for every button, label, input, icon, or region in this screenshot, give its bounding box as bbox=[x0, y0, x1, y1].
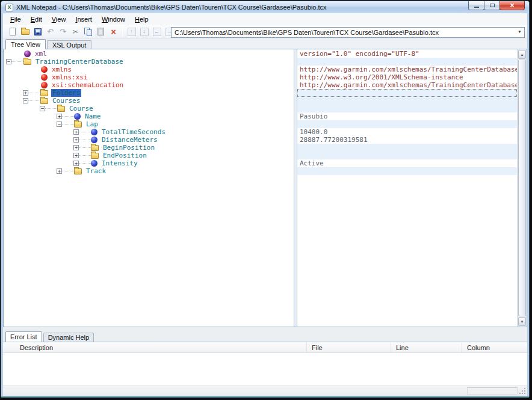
node-value-cell[interactable] bbox=[297, 167, 517, 175]
error-list-grid: DescriptionFileLineColumn bbox=[3, 342, 527, 386]
tree-node-label: Intensity bbox=[101, 159, 139, 167]
expand-icon[interactable]: + bbox=[73, 161, 79, 166]
node-value-cell[interactable]: http://www.garmin.com/xmlschemas/Trainin… bbox=[297, 66, 517, 73]
tree-connector bbox=[45, 108, 57, 109]
expand-icon[interactable]: + bbox=[73, 129, 79, 135]
tree-connector bbox=[79, 132, 91, 132]
node-value-cell[interactable]: version="1.0" encoding="UTF-8" bbox=[297, 50, 517, 58]
node-value-cell[interactable] bbox=[297, 105, 517, 112]
menu-help[interactable]: Help bbox=[130, 14, 153, 24]
collapse-icon[interactable]: − bbox=[23, 98, 28, 103]
delete-button[interactable]: × bbox=[107, 26, 120, 38]
node-value-cell[interactable]: 10400.0 bbox=[297, 128, 517, 136]
undo-icon: ↶ bbox=[47, 28, 54, 35]
tree-node-label: DistanceMeters bbox=[101, 136, 159, 144]
node-value-cell[interactable] bbox=[297, 97, 517, 105]
undo-button[interactable]: ↶ bbox=[44, 26, 57, 38]
tree-node[interactable]: −TrainingCenterDatabase bbox=[4, 58, 294, 66]
maximize-button[interactable] bbox=[484, 1, 500, 10]
tree-node-label: Track bbox=[85, 167, 107, 175]
tree-node[interactable]: +Name bbox=[4, 112, 294, 120]
menu-view[interactable]: View bbox=[47, 14, 71, 24]
tree-node[interactable]: +DistanceMeters bbox=[4, 136, 294, 144]
cut-button[interactable]: ✂ bbox=[69, 26, 82, 38]
menu-insert[interactable]: Insert bbox=[70, 14, 97, 24]
vertical-scrollbar[interactable]: ▲ ▼ bbox=[517, 49, 527, 327]
toolbar-buttons: ↶↷✂×↑↓←→ bbox=[6, 26, 181, 38]
tree-node[interactable]: +BeginPosition bbox=[4, 144, 294, 152]
node-value-cell[interactable]: http://www.w3.org/2001/XMLSchema-instanc… bbox=[297, 73, 517, 81]
scrollbar-thumb[interactable] bbox=[518, 60, 526, 316]
save-button[interactable] bbox=[31, 26, 44, 38]
node-value-cell[interactable]: http://www.garmin.com/xmlschemas/Trainin… bbox=[297, 81, 517, 89]
tree-node-label: xml bbox=[34, 50, 48, 58]
collapse-icon[interactable]: − bbox=[40, 106, 45, 111]
open-folder-icon bbox=[21, 29, 29, 35]
tree-node-label: EndPosition bbox=[102, 152, 148, 159]
node-value-cell[interactable] bbox=[297, 58, 517, 66]
tree-node[interactable]: xmlns:xsi bbox=[4, 73, 294, 81]
tree-node[interactable]: −Lap bbox=[4, 120, 294, 128]
scroll-up-icon[interactable]: ▲ bbox=[518, 50, 526, 59]
tree-node[interactable]: xmlns bbox=[4, 66, 294, 73]
expand-icon[interactable]: + bbox=[73, 153, 79, 158]
tree-node[interactable]: +TotalTimeSeconds bbox=[4, 128, 294, 136]
menu-window[interactable]: Window bbox=[97, 14, 130, 24]
tab-dynamic-help[interactable]: Dynamic Help bbox=[43, 333, 94, 342]
new-document-button[interactable] bbox=[6, 26, 19, 38]
tab-error-list[interactable]: Error List bbox=[5, 331, 42, 342]
close-button[interactable]: × bbox=[500, 1, 525, 10]
resize-grip[interactable] bbox=[519, 388, 526, 395]
tree-node[interactable]: +Intensity bbox=[4, 159, 294, 167]
collapse-icon[interactable]: − bbox=[6, 59, 11, 64]
expand-icon[interactable]: + bbox=[23, 90, 28, 96]
scroll-down-icon[interactable]: ▼ bbox=[518, 317, 526, 326]
address-combobox[interactable] bbox=[171, 27, 525, 38]
tree-connector bbox=[62, 171, 74, 171]
node-value-cell[interactable]: Pasubio bbox=[297, 112, 517, 120]
tab-xsl-output[interactable]: XSL Output bbox=[47, 40, 91, 49]
node-value-cell[interactable] bbox=[297, 89, 517, 97]
titlebar[interactable]: X XML Notepad - C:\Users\Thomas\Document… bbox=[1, 1, 529, 13]
tree-node[interactable]: +EndPosition bbox=[4, 152, 294, 159]
paste-button[interactable] bbox=[94, 26, 107, 38]
expand-icon[interactable]: + bbox=[73, 145, 79, 150]
tree-node[interactable]: +Folders bbox=[4, 89, 294, 97]
menu-edit[interactable]: Edit bbox=[26, 14, 47, 24]
tree-node[interactable]: +Track bbox=[4, 167, 294, 175]
collapse-icon[interactable]: − bbox=[57, 122, 62, 127]
open-folder-button[interactable] bbox=[19, 26, 31, 38]
window-controls: × bbox=[469, 1, 525, 10]
node-value-cell[interactable]: Active bbox=[297, 159, 517, 167]
element-node-icon bbox=[91, 129, 97, 135]
nudge-down-button[interactable]: ↓ bbox=[138, 26, 150, 38]
tree-node[interactable]: xsi:schemaLocation bbox=[4, 81, 294, 89]
minimize-icon bbox=[474, 7, 479, 8]
node-value-cell[interactable] bbox=[297, 120, 517, 128]
column-header-file[interactable]: File bbox=[307, 342, 391, 352]
nudge-up-button[interactable]: ↑ bbox=[125, 26, 138, 38]
toolbar-separator bbox=[122, 27, 123, 37]
tree-connector bbox=[79, 163, 91, 164]
node-value-cell[interactable]: 28887.77200319581 bbox=[297, 136, 517, 144]
node-value-cell[interactable] bbox=[297, 152, 517, 159]
column-header-column[interactable]: Column bbox=[462, 342, 527, 352]
tree-node[interactable]: −Course bbox=[4, 105, 294, 112]
expand-icon[interactable]: + bbox=[57, 168, 62, 174]
tree-node-label: Course bbox=[68, 105, 94, 112]
window-bottom-border bbox=[1, 396, 529, 398]
expand-icon[interactable]: + bbox=[57, 114, 62, 119]
expand-icon[interactable]: + bbox=[73, 137, 79, 143]
nudge-left-button[interactable]: ← bbox=[150, 26, 163, 38]
redo-button[interactable]: ↷ bbox=[57, 26, 69, 38]
tree-node[interactable]: xml bbox=[4, 50, 294, 58]
copy-button[interactable] bbox=[82, 26, 94, 38]
minimize-button[interactable] bbox=[468, 1, 484, 10]
column-header-description[interactable]: Description bbox=[3, 342, 307, 352]
node-value-cell[interactable] bbox=[297, 144, 517, 152]
tree-node[interactable]: −Courses bbox=[4, 97, 294, 105]
maximize-icon bbox=[490, 4, 495, 7]
tab-tree-view[interactable]: Tree View bbox=[5, 39, 46, 49]
menu-file[interactable]: File bbox=[5, 14, 26, 24]
column-header-line[interactable]: Line bbox=[391, 342, 462, 352]
